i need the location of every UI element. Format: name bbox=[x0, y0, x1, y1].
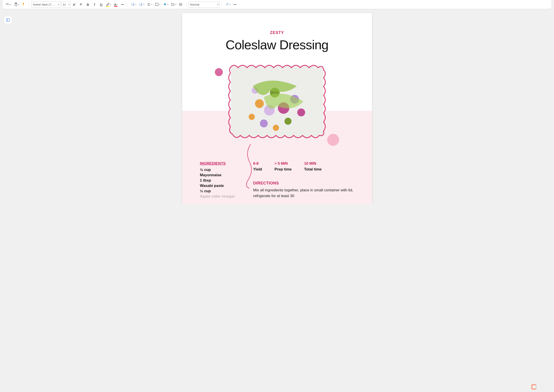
chevron-down-icon: ▾ bbox=[217, 3, 218, 6]
chevron-down-icon: ▾ bbox=[69, 3, 70, 6]
ingredient-line: 1 tbsp bbox=[200, 178, 244, 183]
ingredient-line: Apple cider vinegar bbox=[200, 194, 244, 199]
borders-button[interactable]: ▾ bbox=[154, 1, 161, 7]
directions-heading: DIRECTIONS bbox=[253, 181, 354, 186]
italic-button[interactable]: I bbox=[92, 1, 97, 7]
clipboard-button[interactable]: ▾ bbox=[13, 1, 20, 7]
format-painter-button[interactable] bbox=[21, 1, 27, 7]
bullet-list-button[interactable]: ▾ bbox=[130, 1, 137, 7]
divider-curve-icon bbox=[244, 144, 253, 189]
svg-point-3 bbox=[132, 4, 132, 5]
document-page[interactable]: ZESTY Coleslaw Dressing bbox=[182, 13, 372, 204]
hero-image-frame bbox=[226, 61, 328, 142]
directions-body: Mix all ingredients together, place in s… bbox=[253, 187, 354, 199]
stat-block: > 5 MIN Prep time bbox=[275, 161, 292, 172]
document-canvas: ZESTY Coleslaw Dressing bbox=[0, 11, 554, 204]
separator bbox=[29, 2, 29, 7]
document-title: Coleslaw Dressing bbox=[182, 37, 372, 52]
svg-text:3: 3 bbox=[139, 5, 140, 6]
align-button[interactable]: ▾ bbox=[146, 1, 153, 7]
stat-value: 6-8 bbox=[253, 161, 262, 166]
grow-font-button[interactable]: A^ bbox=[72, 1, 77, 7]
kicker-text: ZESTY bbox=[182, 30, 372, 35]
style-select[interactable]: Normal ▾ bbox=[188, 1, 220, 7]
font-size-value: 12 bbox=[62, 3, 66, 6]
more-options-button[interactable]: ••• bbox=[232, 1, 238, 7]
highlight-button[interactable]: ▾ bbox=[105, 1, 112, 7]
style-value: Normal bbox=[190, 3, 199, 6]
formatting-toolbar: ▾ ▾ Avenir Next LT ... ▾ 12 ▾ A^ A^ B I … bbox=[3, 0, 551, 9]
ingredient-line: Mayonnaise bbox=[200, 173, 244, 177]
separator bbox=[186, 2, 186, 7]
underline-button[interactable]: U bbox=[98, 1, 104, 7]
details-section: 6-8 Yield > 5 MIN Prep time 10 MIN Total… bbox=[253, 161, 354, 200]
decorative-dot-icon bbox=[215, 68, 223, 76]
font-name-value: Avenir Next LT ... bbox=[33, 3, 55, 6]
svg-rect-10 bbox=[7, 19, 10, 21]
recipe-stats: 6-8 Yield > 5 MIN Prep time 10 MIN Total… bbox=[253, 161, 354, 172]
more-font-button[interactable]: ••• bbox=[120, 1, 125, 7]
font-size-select[interactable]: 12 ▾ bbox=[61, 1, 71, 7]
navigation-pane-button[interactable] bbox=[4, 16, 12, 24]
ingredients-heading: INGREDIENTS bbox=[200, 161, 244, 166]
separator bbox=[128, 2, 128, 7]
separator bbox=[222, 2, 222, 7]
ingredient-line: Wasabi paste bbox=[200, 184, 244, 188]
dictate-button[interactable]: ▾ bbox=[224, 1, 231, 7]
stat-label: Yield bbox=[253, 167, 262, 172]
numbered-list-button[interactable]: 123 ▾ bbox=[138, 1, 145, 7]
content-columns: INGREDIENTS ¾ cup Mayonnaise 1 tbsp Wasa… bbox=[182, 142, 372, 200]
ingredients-section: INGREDIENTS ¾ cup Mayonnaise 1 tbsp Wasa… bbox=[200, 161, 244, 200]
stamp-border-icon bbox=[226, 61, 328, 142]
svg-point-9 bbox=[228, 3, 229, 4]
chevron-down-icon: ▾ bbox=[58, 3, 59, 6]
font-name-select[interactable]: Avenir Next LT ... ▾ bbox=[31, 1, 60, 7]
stat-label: Prep time bbox=[275, 167, 292, 172]
indent-button[interactable] bbox=[178, 1, 184, 7]
stat-block: 6-8 Yield bbox=[253, 161, 262, 172]
shading-button[interactable]: ▾ bbox=[162, 1, 169, 7]
svg-point-2 bbox=[132, 3, 132, 4]
stat-value: 10 MIN bbox=[304, 161, 322, 166]
svg-point-4 bbox=[132, 5, 132, 6]
stat-label: Total time bbox=[304, 167, 322, 172]
font-color-button[interactable]: A ▾ bbox=[113, 1, 119, 7]
bold-button[interactable]: B bbox=[85, 1, 91, 7]
shrink-font-button[interactable]: A^ bbox=[78, 1, 84, 7]
ingredient-line: ¼ cup bbox=[200, 189, 244, 193]
ingredient-line: ¾ cup bbox=[200, 168, 244, 172]
stat-value: > 5 MIN bbox=[275, 161, 292, 166]
line-spacing-button[interactable]: ▾ bbox=[170, 1, 177, 7]
stat-block: 10 MIN Total time bbox=[304, 161, 322, 172]
undo-button[interactable]: ▾ bbox=[5, 1, 12, 7]
svg-rect-8 bbox=[156, 3, 158, 6]
